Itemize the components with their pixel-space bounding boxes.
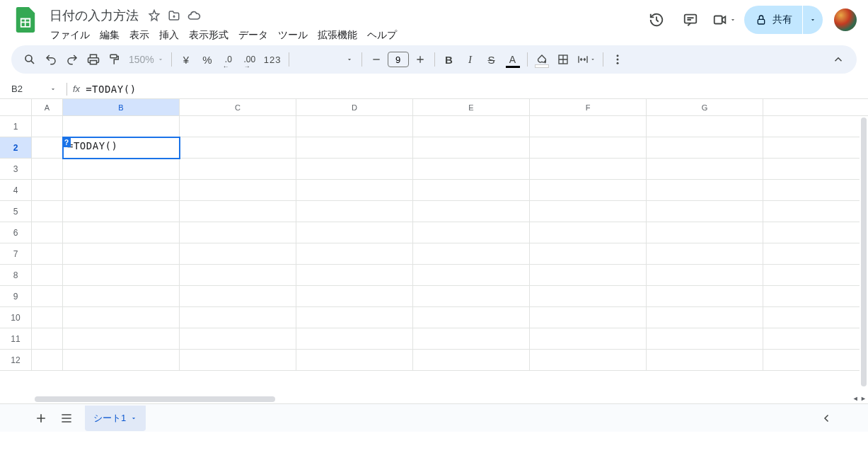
redo-icon[interactable] — [62, 50, 82, 69]
cell[interactable] — [63, 116, 180, 137]
cell[interactable] — [32, 222, 63, 243]
menu-insert[interactable]: 挿入 — [154, 26, 184, 45]
share-button[interactable]: 共有 — [744, 6, 802, 34]
cell[interactable] — [413, 201, 530, 222]
cell[interactable] — [180, 328, 296, 350]
cell[interactable] — [647, 243, 763, 265]
merge-cells-button[interactable] — [574, 50, 598, 69]
cell[interactable] — [530, 180, 647, 201]
column-header[interactable]: A — [32, 99, 63, 116]
column-header[interactable] — [763, 99, 868, 116]
side-panel-toggle[interactable] — [814, 406, 840, 431]
decrease-decimal-button[interactable]: .0← — [219, 50, 238, 69]
cell[interactable] — [413, 350, 530, 371]
cell[interactable] — [647, 307, 763, 328]
column-header[interactable]: C — [180, 99, 296, 116]
row-header[interactable]: 2 — [0, 137, 32, 159]
cell[interactable] — [530, 201, 647, 222]
cell[interactable] — [63, 222, 180, 243]
cell[interactable] — [180, 137, 296, 159]
row-header[interactable]: 5 — [0, 201, 32, 222]
cell[interactable] — [180, 350, 296, 371]
cell[interactable] — [763, 350, 868, 371]
cell[interactable] — [180, 201, 296, 222]
menu-extensions[interactable]: 拡張機能 — [313, 26, 362, 45]
cell[interactable] — [413, 307, 530, 328]
cell[interactable] — [647, 116, 763, 137]
search-menus-icon[interactable] — [20, 50, 40, 69]
spreadsheet-grid[interactable]: ABCDEFG12?=TODAY()3456789101112 — [0, 99, 868, 371]
cell[interactable] — [763, 116, 868, 137]
cell[interactable] — [530, 350, 647, 371]
row-header[interactable]: 9 — [0, 286, 32, 307]
cell[interactable] — [296, 180, 413, 201]
cell[interactable] — [763, 222, 868, 243]
cell[interactable] — [32, 201, 63, 222]
cell[interactable] — [180, 243, 296, 265]
cell[interactable]: ?=TODAY() — [63, 137, 180, 159]
column-header[interactable]: D — [296, 99, 413, 116]
cell[interactable] — [413, 137, 530, 159]
menu-view[interactable]: 表示 — [125, 26, 154, 45]
cell[interactable] — [763, 180, 868, 201]
cell[interactable] — [296, 201, 413, 222]
meet-button[interactable] — [710, 6, 739, 34]
cell[interactable] — [763, 307, 868, 328]
comments-icon[interactable] — [676, 6, 705, 34]
cell[interactable] — [32, 307, 63, 328]
cell[interactable] — [647, 180, 763, 201]
cell[interactable] — [530, 222, 647, 243]
horizontal-scrollbar[interactable] — [32, 395, 855, 403]
cell[interactable] — [530, 243, 647, 265]
all-sheets-button[interactable] — [54, 406, 79, 431]
cell[interactable] — [63, 307, 180, 328]
cell[interactable] — [296, 265, 413, 286]
print-icon[interactable] — [83, 50, 103, 69]
row-header[interactable]: 4 — [0, 180, 32, 201]
row-header[interactable]: 3 — [0, 159, 32, 180]
row-header[interactable]: 6 — [0, 222, 32, 243]
strikethrough-button[interactable]: S — [482, 50, 502, 69]
cell[interactable] — [63, 243, 180, 265]
percent-button[interactable]: % — [197, 50, 217, 69]
cell[interactable] — [763, 243, 868, 265]
cell[interactable] — [530, 116, 647, 137]
cell[interactable] — [763, 159, 868, 180]
row-header[interactable]: 11 — [0, 328, 32, 350]
cell[interactable] — [180, 116, 296, 137]
cell[interactable] — [763, 265, 868, 286]
sheet-tab-1[interactable]: シート1 — [85, 406, 146, 431]
name-box[interactable]: B2 — [7, 84, 61, 94]
move-icon[interactable] — [166, 7, 183, 24]
column-header[interactable]: B — [63, 99, 180, 116]
cell[interactable] — [63, 350, 180, 371]
menu-edit[interactable]: 編集 — [95, 26, 125, 45]
column-header[interactable]: E — [413, 99, 530, 116]
cell[interactable] — [296, 116, 413, 137]
cell[interactable] — [413, 286, 530, 307]
cell[interactable] — [296, 328, 413, 350]
cell[interactable] — [530, 137, 647, 159]
cell[interactable] — [413, 159, 530, 180]
cell[interactable] — [647, 328, 763, 350]
cell[interactable] — [32, 243, 63, 265]
cell[interactable] — [63, 286, 180, 307]
menu-file[interactable]: ファイル — [45, 26, 95, 45]
text-color-button[interactable]: A — [503, 50, 523, 69]
column-header[interactable]: F — [530, 99, 647, 116]
cell[interactable] — [296, 350, 413, 371]
zoom-dropdown[interactable]: 150% — [126, 50, 167, 69]
cell[interactable] — [63, 328, 180, 350]
row-header[interactable]: 7 — [0, 243, 32, 265]
cell[interactable] — [413, 116, 530, 137]
menu-data[interactable]: データ — [233, 26, 273, 45]
currency-button[interactable]: ¥ — [176, 50, 196, 69]
increase-decimal-button[interactable]: .00→ — [240, 50, 260, 69]
cell[interactable] — [763, 137, 868, 159]
undo-icon[interactable] — [41, 50, 61, 69]
cell[interactable] — [63, 180, 180, 201]
cell[interactable] — [32, 265, 63, 286]
account-avatar[interactable] — [834, 8, 857, 31]
cell[interactable] — [180, 222, 296, 243]
cell[interactable] — [647, 222, 763, 243]
